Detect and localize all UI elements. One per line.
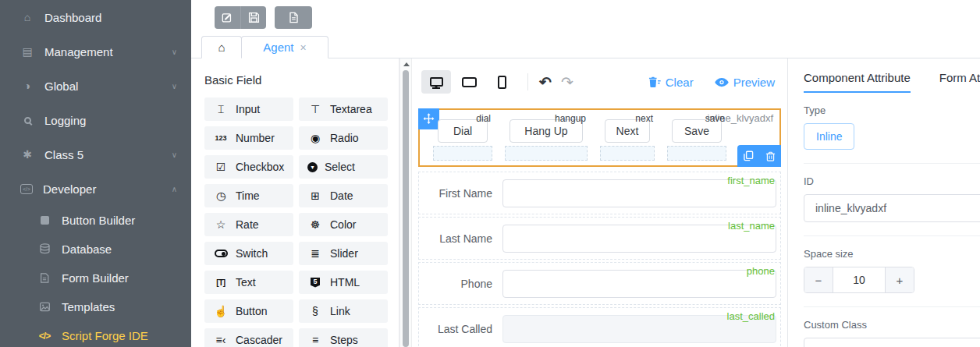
palette-item-switch[interactable]: Switch [204, 242, 293, 265]
field-widget-last-name[interactable]: last_name Last Name [418, 217, 781, 260]
redo-button[interactable]: ↷ [561, 73, 573, 91]
trash-icon [765, 150, 776, 162]
palette-item-radio[interactable]: ◉ Radio [299, 126, 388, 150]
palette-item-cascader[interactable]: ≡‹ Cascader [204, 328, 293, 347]
textarea-icon: ⊤ [307, 103, 323, 115]
tap-icon: ☝ [213, 305, 229, 317]
palette-item-textarea[interactable]: ⊤ Textarea [299, 97, 388, 121]
button-widget-dial[interactable]: dial Dial [433, 119, 492, 161]
palette-item-time[interactable]: ◷ Time [204, 184, 293, 207]
increase-button[interactable]: + [886, 267, 914, 292]
component-action-bar [737, 145, 781, 167]
sidebar-item-management[interactable]: ▤ Management ∨ [0, 34, 191, 69]
toggle-icon [213, 250, 229, 257]
undo-button[interactable]: ↶ [539, 73, 552, 91]
custom-class-label: Custom Class [804, 319, 980, 331]
palette-item-link[interactable]: § Link [299, 299, 388, 323]
selected-inline-component[interactable]: inline_klvyadxf dial Dial hangup Hang Up [418, 108, 781, 167]
button-widget-hangup[interactable]: hangup Hang Up [505, 119, 588, 161]
sidebar: ⌂ Dashboard ▤ Management ∨ ◑ Global ∨ Lo… [0, 0, 191, 347]
palette-item-label: Textarea [330, 103, 372, 115]
sidebar-item-dashboard[interactable]: ⌂ Dashboard [0, 0, 191, 34]
edit-button[interactable] [215, 6, 240, 29]
save-button[interactable] [240, 6, 266, 29]
palette-item-select[interactable]: ▾ Select [299, 155, 388, 179]
palette-item-text[interactable]: [T] Text [204, 271, 293, 294]
field-label: Last Name [421, 232, 502, 245]
tab-form-attribute[interactable]: Form Attribute [939, 71, 980, 93]
phone-input[interactable] [502, 270, 776, 298]
palette-item-label: Text [236, 276, 256, 289]
close-icon[interactable]: × [300, 41, 307, 54]
sidebar-item-button-builder[interactable]: Button Builder [0, 206, 191, 235]
field-widget-first-name[interactable]: first_name First Name [418, 172, 781, 214]
delete-component-button[interactable] [759, 145, 781, 167]
tab-agent[interactable]: Agent × [241, 36, 328, 58]
tab-home[interactable]: ⌂ [201, 36, 242, 58]
widget-drop-strip [433, 146, 492, 161]
tablet-icon [462, 77, 477, 87]
canvas-scrollbar[interactable] [399, 58, 412, 347]
preview-button[interactable]: Preview [715, 76, 775, 89]
palette-item-input[interactable]: ⌶ Input [204, 97, 293, 121]
export-document-button[interactable] [275, 6, 312, 29]
image-icon [37, 301, 51, 313]
palette-item-label: Time [236, 189, 260, 202]
palette-item-rate[interactable]: ☆ Rate [204, 213, 293, 236]
custom-class-select[interactable] [804, 338, 980, 347]
palette-item-date[interactable]: ⊞ Date [299, 184, 388, 207]
palette-item-color[interactable]: ☸ Color [299, 213, 388, 236]
copy-component-button[interactable] [737, 145, 759, 167]
field-label: Last Called [421, 323, 502, 335]
device-mobile-button[interactable] [487, 70, 517, 94]
device-desktop-button[interactable] [421, 70, 451, 94]
sidebar-item-label: Global [44, 80, 78, 93]
sidebar-item-database[interactable]: Database [0, 235, 191, 264]
palette-item-html[interactable]: 5 HTML [299, 271, 388, 294]
palette-item-label: Steps [330, 334, 358, 346]
field-widget-phone[interactable]: phone Phone [418, 262, 781, 305]
widget-name-tag: save [705, 113, 725, 124]
type-inline-button[interactable]: Inline [804, 123, 854, 150]
button-widget-next[interactable]: next Next [600, 119, 655, 161]
field-label: Phone [421, 278, 502, 290]
star-icon: ☆ [213, 218, 229, 231]
field-name-tag: phone [747, 265, 775, 277]
sidebar-item-logging[interactable]: Logging [0, 103, 191, 137]
widget-name-tag: dial [476, 113, 491, 124]
clear-button[interactable]: Clear [648, 76, 694, 89]
palette-item-label: Cascader [236, 334, 282, 346]
device-tablet-button[interactable] [454, 70, 484, 94]
palette-item-number[interactable]: 123 Number [204, 126, 293, 150]
main-area: ⌂ Agent × Basic Field ⌶ Input ⊤ Textare [191, 0, 980, 347]
sidebar-item-templates[interactable]: Templates [0, 292, 191, 321]
palette-item-button[interactable]: ☝ Button [204, 299, 293, 323]
sidebar-item-global[interactable]: ◑ Global ∨ [0, 69, 191, 103]
palette-item-slider[interactable]: ≣ Slider [299, 242, 388, 265]
palette-item-checkbox[interactable]: ☑ Checkbox [204, 155, 293, 179]
component-id-input[interactable] [804, 194, 980, 222]
sidebar-item-class-5[interactable]: ✱ Class 5 ∨ [0, 137, 191, 172]
space-size-input[interactable] [833, 267, 886, 292]
palette-item-steps[interactable]: ≡ Steps [299, 328, 388, 347]
field-name-tag: last_name [728, 220, 775, 232]
tab-component-attribute[interactable]: Component Attribute [804, 71, 911, 93]
toolbar-divider [527, 73, 528, 90]
palette-item-label: Number [236, 132, 275, 144]
scrollbar-thumb[interactable] [403, 70, 409, 347]
widget-drop-strip [667, 146, 726, 161]
tab-label: Agent [263, 41, 293, 54]
input-icon: ⌶ [213, 103, 229, 116]
steps-icon: ≡ [307, 334, 323, 346]
checkbox-icon: ☑ [213, 161, 229, 173]
decrease-button[interactable]: − [804, 267, 833, 292]
sidebar-item-developer[interactable]: </> Developer ∧ [0, 172, 191, 206]
eye-icon [715, 76, 729, 88]
sidebar-item-form-builder[interactable]: Form Builder [0, 264, 191, 292]
clock-icon: ◷ [213, 189, 229, 202]
sidebar-item-script-forge-ide[interactable]: </> Script Forge IDE [0, 321, 191, 347]
field-widget-last-called[interactable]: last_called Last Called [418, 307, 781, 347]
html5-icon: 5 [307, 278, 323, 288]
button-widget-save[interactable]: save Save [667, 119, 726, 161]
palette-item-label: Select [325, 161, 355, 173]
